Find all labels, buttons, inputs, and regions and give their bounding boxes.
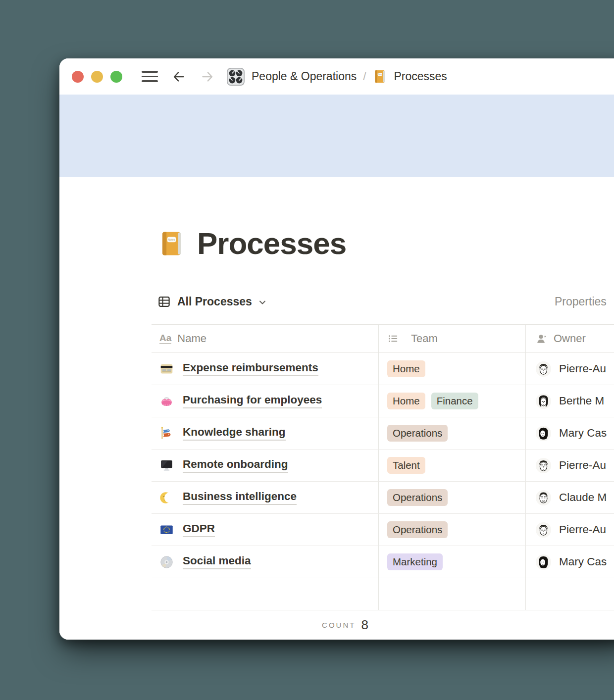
team-tag: Finance: [431, 393, 478, 410]
process-name-link[interactable]: Knowledge sharing: [183, 426, 286, 441]
breadcrumb-current-label: Processes: [394, 70, 447, 83]
name-cell[interactable]: GDPR: [152, 514, 379, 546]
name-cell[interactable]: Social media: [152, 546, 379, 578]
team-cell[interactable]: Operations: [379, 417, 526, 449]
owner-cell[interactable]: Pierre-Au: [526, 514, 614, 546]
table-header-row: Aa Name Team Owner: [152, 324, 614, 353]
new-row-area[interactable]: [152, 578, 614, 610]
app-window: People & Operations / Processes Processe…: [59, 58, 614, 640]
desktop-computer-icon: [159, 458, 174, 473]
person-icon: [536, 333, 548, 345]
team-cell[interactable]: Talent: [379, 450, 526, 481]
process-name-link[interactable]: Expense reimbursements: [183, 361, 318, 376]
owner-name: Pierre-Au: [559, 362, 606, 375]
process-name-link[interactable]: Purchasing for employees: [183, 394, 322, 408]
table-row[interactable]: Social media Marketing Mary Cas: [152, 546, 614, 578]
name-cell[interactable]: Expense reimbursements: [152, 353, 379, 385]
owner-cell[interactable]: Mary Cas: [526, 546, 614, 578]
owner-cell[interactable]: Pierre-Au: [526, 353, 614, 385]
owner-avatar: [536, 490, 551, 505]
team-cell[interactable]: Marketing: [379, 546, 526, 578]
owner-cell[interactable]: [526, 578, 614, 610]
team-tag: Operations: [387, 489, 448, 506]
owner-avatar: [536, 426, 551, 441]
team-tag: Home: [387, 360, 425, 378]
table-footer[interactable]: COUNT 8: [152, 610, 539, 640]
table-row[interactable]: Purchasing for employees Home Finance Be…: [152, 385, 614, 417]
eu-flag-icon: [159, 523, 174, 537]
table-row[interactable]: Expense reimbursements Home Pierre-Au: [152, 353, 614, 385]
owner-avatar: [536, 458, 551, 473]
owner-avatar: [536, 394, 551, 409]
team-tag: Marketing: [387, 553, 443, 571]
team-cell[interactable]: [379, 578, 526, 610]
table-row[interactable]: GDPR Operations Pierre-Au: [152, 514, 614, 546]
table-view-icon: [157, 295, 171, 308]
crescent-moon-icon: [159, 491, 174, 505]
back-arrow-icon[interactable]: [171, 69, 187, 85]
coin-purse-icon: [159, 394, 174, 408]
team-cell[interactable]: Home Finance: [379, 385, 526, 417]
owner-avatar: [536, 361, 551, 377]
owner-name: Claude M: [559, 491, 607, 504]
column-label: Name: [177, 332, 206, 345]
team-tag: Home: [387, 393, 425, 410]
owner-name: Berthe M: [559, 395, 604, 407]
process-name-link[interactable]: Business intelligence: [183, 490, 297, 505]
text-type-icon: Aa: [159, 333, 171, 344]
page-title[interactable]: Processes: [197, 227, 346, 260]
column-header-team[interactable]: Team: [379, 325, 526, 352]
bulleted-list-icon: [387, 333, 399, 345]
count-label: COUNT: [322, 621, 356, 629]
owner-cell[interactable]: Mary Cas: [526, 417, 614, 449]
owner-cell[interactable]: Berthe M: [526, 385, 614, 417]
name-cell[interactable]: Business intelligence: [152, 482, 379, 513]
column-label: Owner: [554, 332, 586, 345]
database-table: Aa Name Team Owner Expense reimbursement…: [152, 324, 614, 640]
column-label: Team: [411, 332, 438, 345]
team-tag: Operations: [387, 521, 448, 539]
team-cell[interactable]: Home: [379, 353, 526, 385]
breadcrumb-separator: /: [363, 70, 366, 83]
column-header-owner[interactable]: Owner: [526, 325, 614, 352]
ledger-book-icon: [372, 69, 388, 84]
breadcrumb-parent[interactable]: People & Operations: [252, 70, 357, 83]
close-window-button[interactable]: [72, 71, 84, 83]
name-cell[interactable]: Remote onboarding: [152, 450, 379, 481]
owner-avatar: [536, 522, 551, 538]
table-row[interactable]: Business intelligence Operations Claude …: [152, 482, 614, 514]
table-row[interactable]: Remote onboarding Talent Pierre-Au: [152, 450, 614, 482]
zoom-window-button[interactable]: [110, 71, 122, 83]
view-selector[interactable]: All Processes: [177, 295, 252, 308]
owner-cell[interactable]: Pierre-Au: [526, 450, 614, 481]
name-cell[interactable]: Purchasing for employees: [152, 385, 379, 417]
team-tag: Talent: [387, 457, 425, 474]
team-cell[interactable]: Operations: [379, 482, 526, 513]
credit-card-icon: [159, 362, 174, 376]
page-content: Processes All Processes Properties Aa Na…: [59, 177, 614, 640]
owner-cell[interactable]: Claude M: [526, 482, 614, 513]
owner-name: Mary Cas: [559, 427, 607, 440]
breadcrumb-current[interactable]: Processes: [372, 69, 447, 84]
table-row[interactable]: Knowledge sharing Operations Mary Cas: [152, 417, 614, 450]
column-header-name[interactable]: Aa Name: [152, 325, 379, 352]
page-cover: [59, 95, 614, 177]
owner-avatar: [536, 554, 551, 570]
forward-arrow-icon[interactable]: [200, 69, 215, 85]
name-cell[interactable]: [152, 578, 379, 610]
process-name-link[interactable]: Social media: [183, 554, 251, 569]
carp-streamer-icon: [159, 426, 174, 441]
control-knobs-icon: [226, 67, 245, 86]
chevron-down-icon[interactable]: [257, 298, 267, 307]
process-name-link[interactable]: GDPR: [183, 522, 215, 537]
count-value: 8: [361, 617, 368, 633]
window-titlebar: People & Operations / Processes: [59, 58, 614, 95]
process-name-link[interactable]: Remote onboarding: [183, 458, 288, 473]
properties-button[interactable]: Properties: [555, 295, 607, 308]
minimize-window-button[interactable]: [91, 71, 103, 83]
owner-name: Mary Cas: [559, 555, 607, 568]
team-cell[interactable]: Operations: [379, 514, 526, 546]
menu-icon[interactable]: [142, 71, 158, 82]
page-icon-ledger-book[interactable]: [157, 229, 186, 258]
name-cell[interactable]: Knowledge sharing: [152, 417, 379, 449]
